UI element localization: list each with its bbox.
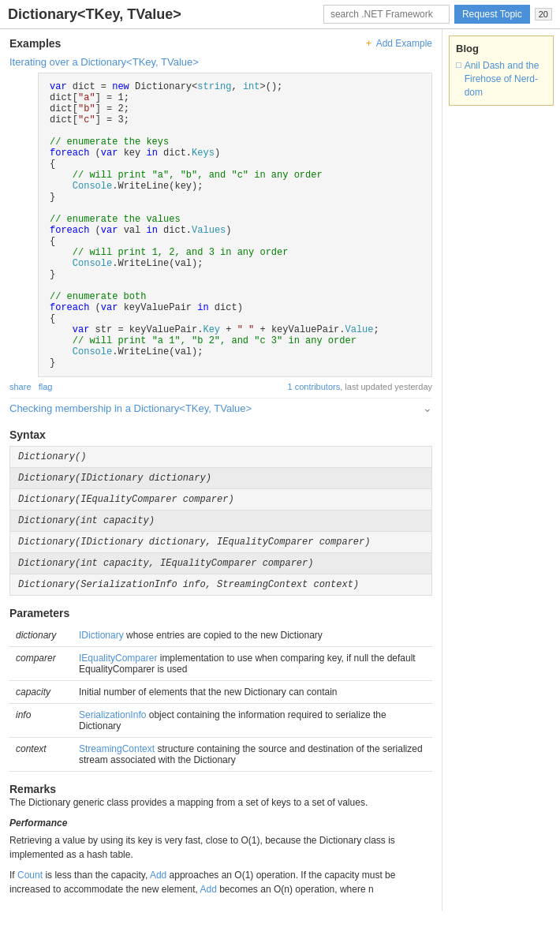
- perf-para2-mid: is less than the capacity,: [43, 870, 150, 881]
- request-topic-button[interactable]: Request Topic: [454, 5, 530, 24]
- contributors-text: 1 contributors, last updated yesterday: [288, 382, 432, 391]
- syntax-row: Dictionary(): [10, 447, 432, 468]
- param-row: comparerIEqualityComparer implementation…: [9, 647, 432, 681]
- contributors-link[interactable]: 1 contributors: [288, 382, 341, 391]
- chevron-down-icon: ⌄: [423, 402, 432, 414]
- param-row: contextStreamingContext structure contai…: [9, 738, 432, 772]
- param-name: comparer: [9, 647, 73, 681]
- blog-item: □ Anil Dash and the Firehose of Nerd-dom: [456, 59, 547, 99]
- param-type-link[interactable]: SerializationInfo: [79, 709, 146, 720]
- blog-link[interactable]: Anil Dash and the Firehose of Nerd-dom: [465, 59, 547, 99]
- example-2-title[interactable]: Checking membership in a Dictionary<TKey…: [9, 402, 252, 414]
- examples-title: Examples: [9, 37, 61, 50]
- param-type-link[interactable]: IDictionary: [79, 630, 124, 641]
- parameters-title: Parameters: [9, 607, 432, 619]
- search-input[interactable]: [323, 5, 450, 24]
- syntax-table: Dictionary()Dictionary(IDictionary dicti…: [9, 446, 432, 596]
- param-description: StreamingContext structure containing th…: [73, 738, 432, 772]
- example-1-title[interactable]: Iterating over a Dictionary<TKey, TValue…: [9, 56, 432, 68]
- syntax-row: Dictionary(int capacity): [10, 511, 432, 532]
- syntax-row: Dictionary(SerializationInfo info, Strea…: [10, 574, 432, 596]
- param-name: context: [9, 738, 73, 772]
- param-description: Initial number of elements that the new …: [73, 681, 432, 704]
- remarks-title: Remarks: [9, 783, 432, 795]
- content-area: Examples + Add Example Iterating over a …: [0, 29, 442, 911]
- parameters-table: dictionaryIDictionary whose entries are …: [9, 624, 432, 772]
- example-2-collapsed: Checking membership in a Dictionary<TKey…: [9, 398, 432, 417]
- header-controls: Request Topic 20: [323, 5, 552, 24]
- param-row: infoSerializationInfo object containing …: [9, 704, 432, 738]
- parameters-section: Parameters dictionaryIDictionary whose e…: [9, 607, 432, 772]
- sidebar: Blog □ Anil Dash and the Firehose of Ner…: [442, 29, 560, 911]
- param-name: dictionary: [9, 624, 73, 647]
- param-description: IDictionary whose entries are copied to …: [73, 624, 432, 647]
- remarks-section: Remarks The Dictionary generic class pro…: [9, 783, 432, 896]
- example-1-code: var dict = new Dictionary<string, int>()…: [38, 73, 432, 377]
- param-description: IEqualityComparer implementation to use …: [73, 647, 432, 681]
- add-example-label: Add Example: [376, 38, 432, 49]
- performance-title: Performance: [9, 816, 432, 830]
- perf-para2-end: becomes an O(n) operation, where n: [217, 884, 374, 895]
- add-example-link[interactable]: + Add Example: [366, 38, 432, 49]
- param-description: SerializationInfo object containing the …: [73, 704, 432, 738]
- example-1-wrapper: ▲ 0 ▼ var dict = new Dictionary<string, …: [14, 73, 432, 377]
- param-name: info: [9, 704, 73, 738]
- remarks-perf-para1: Retrieving a value by using its key is v…: [9, 833, 432, 862]
- blog-title: Blog: [456, 43, 547, 54]
- remarks-intro: The Dictionary generic class provides a …: [9, 795, 432, 810]
- share-link[interactable]: share: [9, 382, 32, 391]
- perf-para2-pre: If: [9, 870, 17, 881]
- examples-section-header: Examples + Add Example: [9, 37, 432, 50]
- syntax-row: Dictionary(int capacity, IEqualityCompar…: [10, 553, 432, 574]
- count-link[interactable]: Count: [17, 870, 43, 881]
- syntax-title: Syntax: [9, 428, 432, 441]
- syntax-row: Dictionary(IEqualityComparer comparer): [10, 489, 432, 511]
- blog-box: Blog □ Anil Dash and the Firehose of Ner…: [449, 36, 554, 106]
- page-header: Dictionary<TKey, TValue> Request Topic 2…: [0, 0, 560, 29]
- plus-icon: +: [366, 38, 371, 49]
- param-row: capacityInitial number of elements that …: [9, 681, 432, 704]
- add-link-2[interactable]: Add: [200, 884, 216, 895]
- syntax-row: Dictionary(IDictionary dictionary, IEqua…: [10, 532, 432, 553]
- count-badge: 20: [535, 8, 552, 21]
- syntax-section: Syntax Dictionary()Dictionary(IDictionar…: [9, 428, 432, 596]
- param-name: capacity: [9, 681, 73, 704]
- page-title: Dictionary<TKey, TValue>: [8, 6, 181, 23]
- param-type-link[interactable]: StreamingContext: [79, 743, 155, 754]
- flag-link[interactable]: flag: [39, 382, 53, 391]
- remarks-perf-para2: If Count is less than the capacity, Add …: [9, 868, 432, 896]
- param-row: dictionaryIDictionary whose entries are …: [9, 624, 432, 647]
- syntax-row: Dictionary(IDictionary dictionary): [10, 468, 432, 489]
- add-link-1[interactable]: Add: [150, 870, 166, 881]
- blog-checkbox-icon: □: [456, 60, 461, 69]
- example-1-footer: share flag 1 contributors, last updated …: [9, 382, 432, 391]
- main-container: Examples + Add Example Iterating over a …: [0, 29, 560, 911]
- param-type-link[interactable]: IEqualityComparer: [79, 653, 157, 664]
